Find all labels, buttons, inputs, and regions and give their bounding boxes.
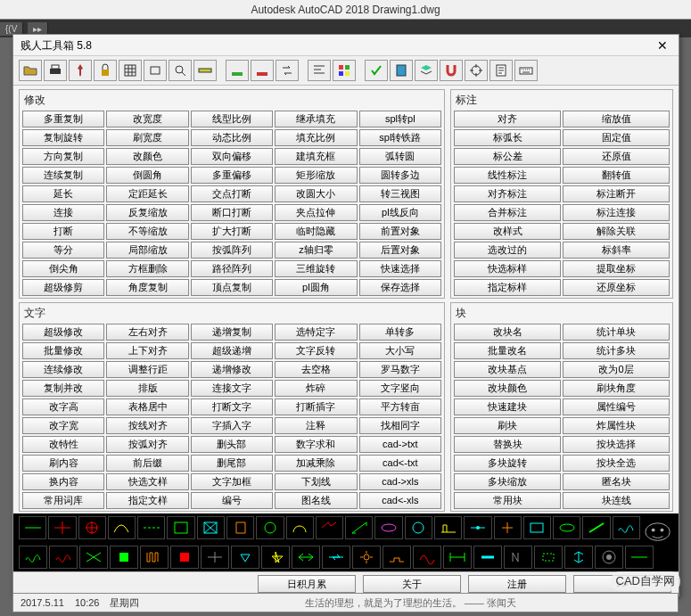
cmd-button[interactable]: 常用词库 bbox=[22, 492, 104, 509]
cmd-button[interactable]: 上下对齐 bbox=[106, 342, 188, 359]
cmd-button[interactable]: 罗马数字 bbox=[359, 361, 441, 378]
cmd-button[interactable]: 夹点拉伸 bbox=[275, 204, 357, 221]
cmd-button[interactable]: 改特性 bbox=[22, 436, 104, 453]
zoom-icon[interactable] bbox=[169, 60, 192, 81]
cmd-button[interactable]: 批量修改 bbox=[22, 342, 104, 359]
cmd-button[interactable]: 数字求和 bbox=[275, 436, 357, 453]
cmd-button[interactable]: 按块全选 bbox=[563, 455, 670, 472]
layer-icon[interactable] bbox=[415, 60, 438, 81]
palette-icon[interactable] bbox=[78, 516, 106, 539]
cmd-button[interactable]: 改颜色 bbox=[106, 148, 188, 165]
cmd-button[interactable]: 超级递增 bbox=[191, 342, 273, 359]
palette-icon[interactable] bbox=[167, 516, 194, 539]
cmd-button[interactable]: 图名线 bbox=[275, 492, 357, 509]
cmd-button[interactable]: 反复缩放 bbox=[106, 204, 188, 221]
palette-icon[interactable] bbox=[197, 516, 225, 539]
cmd-button[interactable]: 属性编号 bbox=[563, 398, 670, 415]
palette-icon[interactable] bbox=[564, 546, 593, 569]
cmd-button[interactable]: 大小写 bbox=[359, 342, 441, 359]
cmd-button[interactable]: 炸碎 bbox=[275, 380, 357, 397]
palette-icon[interactable] bbox=[110, 546, 138, 569]
cmd-button[interactable]: 选改过的 bbox=[454, 242, 561, 259]
palette-icon[interactable] bbox=[464, 516, 491, 539]
bottom-button[interactable]: 注册 bbox=[468, 575, 566, 593]
cmd-button[interactable]: 改宽度 bbox=[106, 111, 188, 127]
cmd-button[interactable]: 角度复制 bbox=[106, 279, 188, 296]
cmd-button[interactable]: 前置对象 bbox=[359, 223, 441, 240]
palette-icon[interactable] bbox=[48, 516, 76, 539]
palette-icon[interactable] bbox=[413, 546, 441, 569]
palette-icon[interactable] bbox=[286, 516, 314, 539]
cmd-button[interactable]: 圆转多边 bbox=[359, 167, 441, 184]
cmd-button[interactable]: spl转pl bbox=[359, 111, 441, 127]
cmd-button[interactable]: 打断插字 bbox=[275, 398, 357, 415]
cmd-button[interactable]: 快选标样 bbox=[454, 260, 561, 277]
cmd-button[interactable]: 快选文样 bbox=[106, 473, 188, 490]
cmd-button[interactable]: 复制并改 bbox=[22, 380, 104, 397]
target-icon[interactable] bbox=[465, 60, 488, 81]
cmd-button[interactable]: 不等缩放 bbox=[106, 223, 188, 240]
cmd-button[interactable]: 块连线 bbox=[563, 492, 670, 509]
cmd-button[interactable]: 按弧对齐 bbox=[106, 436, 188, 453]
cmd-button[interactable]: 换内容 bbox=[22, 473, 104, 490]
swap-icon[interactable] bbox=[276, 60, 299, 81]
cmd-button[interactable]: 断口打断 bbox=[191, 204, 273, 221]
palette-icon[interactable] bbox=[231, 546, 259, 569]
cmd-button[interactable]: 加减乘除 bbox=[275, 455, 357, 472]
cmd-button[interactable]: 平方转亩 bbox=[359, 398, 441, 415]
cmd-button[interactable]: 刷宽度 bbox=[106, 129, 188, 146]
palette-icon[interactable] bbox=[582, 516, 610, 539]
cmd-button[interactable]: 改字宽 bbox=[22, 417, 104, 434]
cmd-button[interactable]: 合并标注 bbox=[454, 204, 561, 221]
cmd-button[interactable]: 注释 bbox=[275, 417, 357, 434]
cmd-button[interactable]: 等分 bbox=[22, 242, 104, 259]
cmd-button[interactable]: 后置对象 bbox=[359, 242, 441, 259]
cmd-button[interactable]: 超级修改 bbox=[22, 324, 104, 341]
cmd-button[interactable]: 递增复制 bbox=[191, 324, 273, 341]
cmd-button[interactable]: 方框删除 bbox=[106, 260, 188, 277]
cmd-button[interactable]: 填充比例 bbox=[275, 129, 357, 146]
palette-icon[interactable] bbox=[137, 516, 165, 539]
cmd-button[interactable]: spl转铁路 bbox=[359, 129, 441, 146]
open-icon[interactable] bbox=[19, 60, 42, 81]
palette-icon[interactable] bbox=[534, 546, 563, 569]
print-icon[interactable] bbox=[44, 60, 67, 81]
cmd-button[interactable]: 排版 bbox=[106, 380, 188, 397]
cmd-button[interactable]: 改为0层 bbox=[563, 361, 670, 378]
cmd-button[interactable]: 扩大打断 bbox=[191, 223, 273, 240]
cmd-button[interactable]: 标公差 bbox=[454, 148, 561, 165]
cmd-button[interactable]: 双向偏移 bbox=[191, 148, 273, 165]
cmd-button[interactable]: 标斜率 bbox=[563, 242, 670, 259]
cmd-button[interactable]: 文字加框 bbox=[191, 473, 273, 490]
cmd-button[interactable]: 多块缩放 bbox=[454, 473, 561, 490]
cmd-button[interactable]: 解除关联 bbox=[563, 223, 670, 240]
cmd-button[interactable]: 按块选择 bbox=[563, 436, 670, 453]
palette-icon[interactable] bbox=[473, 546, 502, 569]
magnet-icon[interactable] bbox=[440, 60, 463, 81]
cmd-button[interactable]: 标注断开 bbox=[563, 185, 670, 202]
cmd-button[interactable]: 路径阵列 bbox=[191, 260, 273, 277]
cmd-button[interactable]: 顶点复制 bbox=[191, 279, 273, 296]
cmd-button[interactable]: 快速选择 bbox=[359, 260, 441, 277]
palette-icon[interactable] bbox=[553, 516, 580, 539]
report-icon[interactable] bbox=[489, 60, 513, 81]
cmd-button[interactable]: 删头部 bbox=[191, 436, 273, 453]
palette-icon[interactable] bbox=[613, 516, 640, 539]
cmd-button[interactable]: 改样式 bbox=[454, 223, 561, 240]
cmd-button[interactable]: 替换块 bbox=[454, 436, 561, 453]
keyboard-icon[interactable] bbox=[514, 60, 538, 81]
cmd-button[interactable]: 方向复制 bbox=[22, 148, 104, 165]
palette-icon[interactable] bbox=[261, 546, 290, 569]
cmd-button[interactable]: 倒尖角 bbox=[22, 260, 104, 277]
cmd-button[interactable]: 匿名块 bbox=[563, 473, 670, 490]
cmd-button[interactable]: 连续修改 bbox=[22, 361, 104, 378]
cmd-button[interactable]: 转三视图 bbox=[359, 185, 441, 202]
cmd-button[interactable]: 连接文字 bbox=[191, 380, 273, 397]
check-icon[interactable] bbox=[365, 60, 388, 81]
cmd-button[interactable]: 多重复制 bbox=[22, 111, 104, 127]
cmd-button[interactable]: 刷内容 bbox=[22, 455, 104, 472]
cmd-button[interactable]: 批量改名 bbox=[454, 342, 561, 359]
cmd-button[interactable]: 多重偏移 bbox=[191, 167, 273, 184]
cmd-button[interactable]: 快速建块 bbox=[454, 398, 561, 415]
cmd-button[interactable]: 常用块 bbox=[454, 492, 561, 509]
